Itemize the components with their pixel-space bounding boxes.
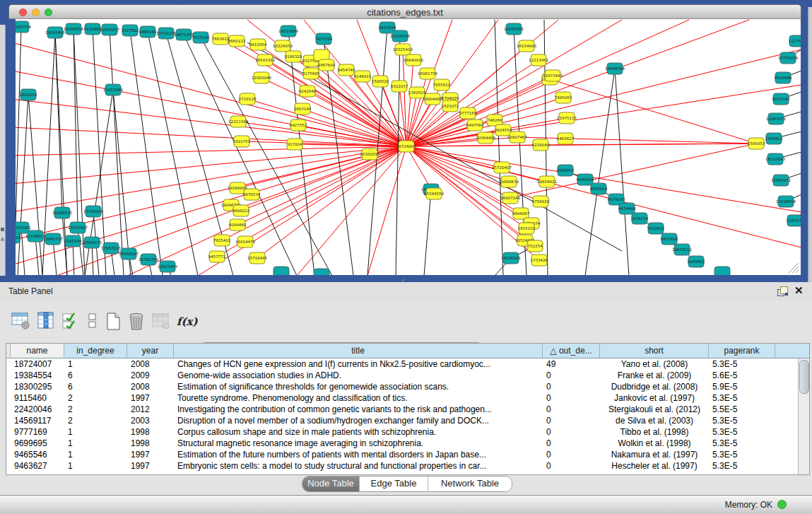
network-window-titlebar[interactable]: citations_edges.txt: [8, 4, 801, 19]
graph-node[interactable]: 1810755: [233, 136, 251, 147]
graph-node[interactable]: 16543382: [255, 54, 275, 66]
table-row[interactable]: 946554611997Estimation of the future num…: [6, 449, 799, 460]
graph-node[interactable]: 16648784: [605, 63, 625, 74]
graph-node[interactable]: 1145194: [64, 235, 82, 247]
table-row[interactable]: 946362711997Embryonic stem cells: a mode…: [6, 460, 799, 472]
graph-node[interactable]: 2935114: [631, 213, 649, 224]
graph-node[interactable]: 13942757: [43, 233, 63, 245]
table-row[interactable]: 1938455462009Genome-wide association stu…: [6, 370, 799, 381]
graph-node[interactable]: 16807249: [500, 192, 520, 204]
graph-node[interactable]: 21053346: [103, 84, 123, 95]
graph-node[interactable]: 17359924: [83, 206, 103, 217]
graph-node[interactable]: 16640910: [404, 54, 423, 66]
resize-grip-icon[interactable]: [789, 263, 799, 273]
graph-node[interactable]: 10655257: [100, 24, 119, 35]
graph-node[interactable]: 2867608: [318, 59, 336, 71]
graph-node[interactable]: 4099468: [229, 219, 247, 230]
graph-node[interactable]: 20691406: [45, 27, 65, 38]
graph-node[interactable]: 2718126: [239, 93, 257, 105]
graph-node[interactable]: 1527602: [122, 25, 139, 36]
column-header-year[interactable]: year: [127, 344, 174, 358]
graph-node[interactable]: [314, 269, 329, 275]
graph-node[interactable]: 3915901: [16, 232, 20, 243]
graph-node[interactable]: 7625402: [213, 235, 231, 246]
graph-node[interactable]: 13505135: [82, 237, 102, 248]
graph-node[interactable]: [714, 267, 730, 275]
graph-node[interactable]: 17016504: [776, 196, 796, 207]
graph-node[interactable]: 9115460: [84, 23, 102, 35]
graph-node[interactable]: 6497568: [466, 119, 484, 131]
tab-edge-table[interactable]: Edge Table: [360, 477, 428, 491]
graph-node[interactable]: 9227343: [772, 93, 790, 105]
graph-node[interactable]: 9899655: [557, 165, 575, 176]
close-panel-icon[interactable]: ✕: [794, 285, 804, 296]
graph-node[interactable]: 8471626: [661, 233, 678, 245]
graph-node[interactable]: 917004: [287, 139, 302, 150]
graph-node[interactable]: 7857224: [315, 33, 333, 45]
delete-table-icon[interactable]: [127, 312, 148, 333]
graph-node[interactable]: 12923469: [158, 261, 177, 272]
graph-node[interactable]: 14136141: [501, 252, 521, 264]
graph-node[interactable]: 14671355: [174, 29, 194, 40]
table-row[interactable]: 1872400712008Changes of HCN gene express…: [6, 358, 799, 370]
graph-node[interactable]: 2650150: [20, 89, 37, 100]
graph-node[interactable]: 1621072: [442, 100, 459, 112]
graph-node[interactable]: 8427552: [290, 119, 307, 131]
table-settings-icon[interactable]: [11, 312, 33, 333]
graph-node[interactable]: 1615152: [518, 223, 536, 234]
graph-node[interactable]: 12213399: [228, 116, 248, 127]
graph-node[interactable]: 7485063: [555, 92, 572, 103]
graph-node[interactable]: 20564486: [476, 132, 495, 144]
graph-node[interactable]: 3175685: [302, 68, 320, 79]
graph-node[interactable]: 16154808: [517, 40, 536, 52]
graph-node[interactable]: 19384554: [64, 23, 83, 35]
graph-node[interactable]: 18300295: [360, 148, 379, 160]
graph-node[interactable]: [273, 267, 289, 275]
graph-node[interactable]: 1595853: [748, 138, 765, 149]
table-row[interactable]: 977716911998Corpus callosum shape and si…: [6, 426, 799, 438]
column-header-short[interactable]: short: [600, 344, 709, 358]
graph-node[interactable]: 9245652: [688, 256, 705, 267]
graph-node[interactable]: 9146821: [354, 71, 372, 82]
graph-node[interactable]: 15692971: [771, 175, 791, 186]
table-row[interactable]: 1456911722003Disruption of a novel membe…: [6, 415, 799, 426]
graph-node[interactable]: 16782759: [139, 254, 158, 265]
graph-node[interactable]: 7832621: [647, 223, 665, 234]
graph-node[interactable]: 10654112: [672, 244, 692, 255]
graph-node[interactable]: 8186328: [285, 51, 302, 62]
column-header-name[interactable]: name: [11, 344, 64, 358]
graph-node[interactable]: 9463627: [557, 133, 575, 144]
graph-node[interactable]: 8322037: [391, 81, 408, 92]
graph-node[interactable]: 7955812: [433, 79, 451, 90]
graph-node[interactable]: 8958924: [590, 183, 608, 194]
network-canvas[interactable]: 2405572420691406193845549115460106552571…: [16, 19, 801, 275]
column-header-pagerank[interactable]: pagerank: [709, 344, 775, 358]
graph-node[interactable]: 8912954: [249, 39, 267, 50]
float-window-icon[interactable]: [777, 286, 789, 296]
graph-node[interactable]: 13975887: [68, 222, 88, 233]
graph-node[interactable]: 12093872: [766, 113, 786, 124]
graph-node[interactable]: 1244413: [765, 133, 783, 144]
tab-network-table[interactable]: Network Table: [428, 477, 512, 491]
graph-node[interactable]: 8454749: [338, 64, 355, 76]
scrollbar-thumb[interactable]: [799, 360, 809, 394]
graph-node[interactable]: 18325419: [393, 44, 413, 55]
graph-node[interactable]: 18724007: [396, 141, 416, 152]
graph-node[interactable]: 16033809: [278, 25, 298, 37]
table-row[interactable]: 2242004622012Investigating the contribut…: [6, 404, 799, 415]
table-row[interactable]: 911546021997Tourette syndrome. Phenomeno…: [6, 392, 799, 404]
graph-node[interactable]: 6216049: [532, 139, 550, 151]
graph-node[interactable]: 14958107: [119, 248, 139, 259]
graph-node[interactable]: 2803144: [294, 103, 312, 115]
graph-node[interactable]: 20973493: [543, 70, 563, 81]
graph-node[interactable]: 8878534: [243, 189, 261, 200]
show-columns-icon[interactable]: [37, 312, 58, 333]
graph-node[interactable]: 9898222: [233, 205, 250, 216]
graph-node[interactable]: 7515526: [192, 32, 210, 43]
graph-node[interactable]: 8660123: [228, 35, 246, 47]
graph-node[interactable]: 9529966: [775, 72, 792, 83]
graph-node[interactable]: 6840934: [577, 174, 594, 185]
graph-node[interactable]: 20206535: [52, 207, 72, 218]
graph-node[interactable]: 10688639: [499, 176, 519, 187]
function-builder-icon[interactable]: f(x): [177, 315, 198, 337]
